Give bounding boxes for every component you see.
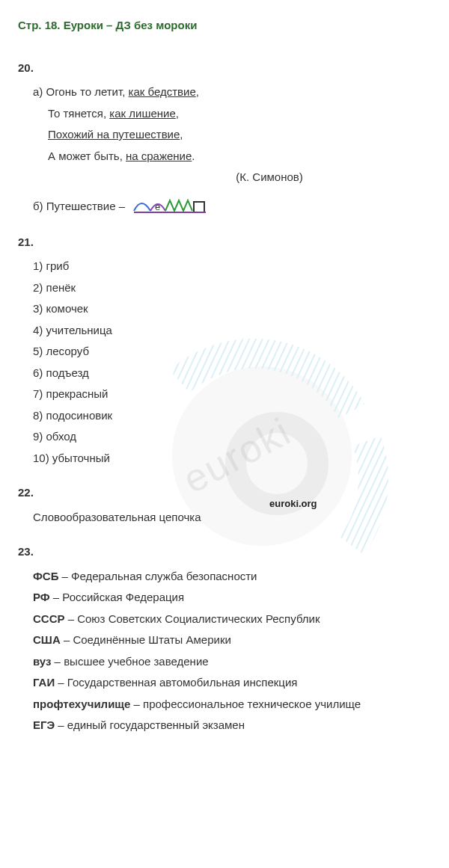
abbr-full: – Федеральная служба безопасности xyxy=(58,570,257,582)
abbr-line: ФСБ – Федеральная служба безопасности xyxy=(18,566,431,588)
ex20-line1: а) Огонь то летит, как бедствие, xyxy=(18,81,431,103)
ex20-line1-underline: как бедствие xyxy=(129,85,196,98)
ex20-line3: Похожий на путешествие, xyxy=(18,124,431,146)
ex22-text: Словообразовательная цепочка xyxy=(18,507,431,529)
abbr: ФСБ xyxy=(33,570,58,582)
ex20-line2: То тянется, как лишение, xyxy=(18,103,431,125)
abbr: США xyxy=(33,633,61,646)
abbr-line: СССР – Союз Советских Социалистических Р… xyxy=(18,609,431,630)
abbr-full: – Российская Федерация xyxy=(50,591,184,603)
abbr: СССР xyxy=(33,612,65,625)
ex20-author: (К. Симонов) xyxy=(108,167,431,188)
ex20-a-label: а) xyxy=(33,85,46,98)
morpheme-diagram: е xyxy=(132,196,215,218)
abbr-line: профтехучилище – профессиональное технич… xyxy=(18,694,431,715)
ex20-line2-pre: То тянется, xyxy=(48,107,109,120)
exercise-number-22: 22. xyxy=(18,482,431,504)
ex20-line3-underline: Похожий на путешествие xyxy=(48,128,180,141)
ex20-line4-underline: на сражение xyxy=(126,150,192,162)
exercise-number-20: 20. xyxy=(18,58,431,79)
abbr-line: РФ – Российская Федерация xyxy=(18,587,431,609)
abbr: профтехучилище xyxy=(33,698,130,710)
abbr-full: – высшее учебное заведение xyxy=(51,655,208,668)
list-item: 5) лесоруб xyxy=(18,341,431,363)
abbr-full: – Союз Советских Социалистических Респуб… xyxy=(65,612,320,625)
comma: , xyxy=(196,85,199,98)
abbr: ГАИ xyxy=(33,676,55,689)
abbr-full: – единый государственный экзамен xyxy=(55,718,245,731)
exercise-number-21: 21. xyxy=(18,232,431,253)
list-item: 3) комочек xyxy=(18,298,431,320)
exercise-number-23: 23. xyxy=(18,541,431,563)
period: . xyxy=(192,150,195,162)
ex20-line4: А может быть, на сражение. xyxy=(18,146,431,167)
morph-letter: е xyxy=(155,201,160,212)
page-title: Стр. 18. Еуроки – ДЗ без мороки xyxy=(18,15,431,37)
ex20-b-label: б) Путешествие – xyxy=(33,200,128,212)
abbr: РФ xyxy=(33,591,50,603)
ex20-b: б) Путешествие – е xyxy=(18,196,431,218)
list-item: 1) гриб xyxy=(18,256,431,277)
abbr-line: ГАИ – Государственная автомобильная инсп… xyxy=(18,672,431,694)
list-item: 8) подосиновик xyxy=(18,405,431,427)
comma: , xyxy=(180,128,183,141)
ex20-line2-underline: как лишение xyxy=(109,107,175,120)
ex20-line1-pre: Огонь то летит, xyxy=(46,85,129,98)
ex20-line4-pre: А может быть, xyxy=(48,150,126,162)
svg-rect-3 xyxy=(194,202,204,212)
abbr: вуз xyxy=(33,655,51,668)
abbr-line: вуз – высшее учебное заведение xyxy=(18,651,431,673)
abbr-line: США – Соединённые Штаты Америки xyxy=(18,630,431,651)
list-item: 10) убыточный xyxy=(18,448,431,470)
abbr-full: – профессиональное техническое училище xyxy=(130,698,361,710)
abbr: ЕГЭ xyxy=(33,718,55,731)
list-item: 7) прекрасный xyxy=(18,384,431,405)
list-item: 4) учительница xyxy=(18,320,431,342)
list-item: 2) пенёк xyxy=(18,277,431,299)
list-item: 9) обход xyxy=(18,426,431,448)
comma: , xyxy=(176,107,179,120)
abbr-full: – Государственная автомобильная инспекци… xyxy=(55,676,297,689)
list-item: 6) подъезд xyxy=(18,363,431,384)
abbr-full: – Соединённые Штаты Америки xyxy=(61,633,231,646)
abbr-line: ЕГЭ – единый государственный экзамен xyxy=(18,715,431,736)
